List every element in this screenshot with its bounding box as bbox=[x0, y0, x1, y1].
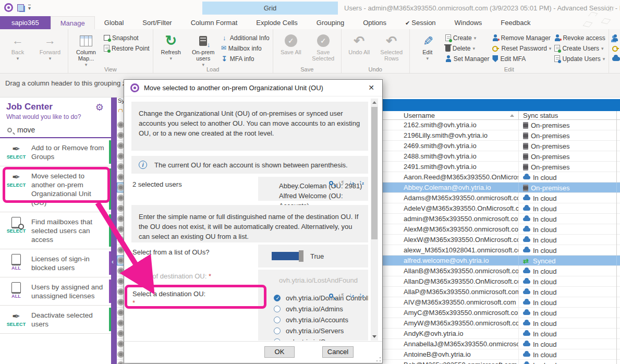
sync-status-cell[interactable]: In cloud bbox=[519, 349, 617, 360]
ribbon-tab[interactable]: Options bbox=[354, 16, 396, 29]
username-cell[interactable]: Adams@M365x393550.onmicrosoft.com bbox=[396, 193, 519, 203]
ribbon-tab[interactable]: Grouping bbox=[307, 16, 354, 29]
onedrive-files-button[interactable]: OneDrive Files...▾ bbox=[612, 54, 620, 63]
job-item[interactable]: ALL Users by assigned and unassigned lic… bbox=[0, 277, 111, 306]
search-icon[interactable] bbox=[329, 294, 333, 298]
sort-ascending-icon[interactable]: ↑z bbox=[359, 179, 364, 187]
resize-grip[interactable] bbox=[376, 357, 381, 362]
sync-status-cell[interactable]: On-premises bbox=[519, 162, 617, 172]
radio-icon[interactable] bbox=[274, 317, 281, 323]
username-cell[interactable]: alexw_M365x10928041.onmicrosoft.com# bbox=[396, 245, 519, 256]
strip-row[interactable] bbox=[117, 130, 124, 141]
username-cell[interactable]: 2196Lilly.smith@ovh.ytria.io bbox=[396, 130, 519, 141]
radio-icon[interactable] bbox=[274, 295, 281, 301]
ou-radio-option[interactable]: ovh.ytria.io/Groups bbox=[258, 336, 368, 341]
undo-selected-rows-button[interactable]: ↶ Selected Rows bbox=[377, 31, 406, 62]
snapshot-button[interactable]: Snapshot bbox=[104, 33, 150, 42]
scrollbar-thumb[interactable] bbox=[371, 107, 378, 239]
job-item[interactable]: SELECT Move selected to another on-prem … bbox=[0, 166, 111, 212]
delete-button[interactable]: Delete▾ bbox=[445, 44, 490, 53]
username-cell[interactable]: Abbey.Coleman@ovh.ytria.io bbox=[396, 183, 519, 193]
create-button[interactable]: Create▾ bbox=[445, 33, 490, 42]
edit-mfa-button[interactable]: Edit MFA bbox=[492, 54, 551, 63]
group-membership-button[interactable]: Group Membership... bbox=[612, 33, 620, 42]
username-cell[interactable]: AnnabellaJ@M365x393550.onmicrosoft.cc bbox=[396, 339, 519, 349]
strip-row[interactable] bbox=[117, 360, 124, 364]
strip-row[interactable] bbox=[117, 162, 124, 172]
save-selected-button[interactable]: ✓ Save Selected bbox=[309, 31, 338, 62]
collapse-arrow-icon[interactable]: ‹ bbox=[112, 258, 114, 265]
username-cell[interactable]: AllaP@M365x393550.onmicrosoft.com bbox=[396, 287, 519, 297]
panel-splitter[interactable]: ‹ bbox=[111, 98, 117, 364]
username-cell[interactable]: AIV@M365x393550.onmicrosoft.com bbox=[396, 297, 519, 308]
close-icon[interactable]: ✕ bbox=[360, 80, 382, 95]
username-cell[interactable]: AdeleV@M365x393550.OnMicrosoft.com bbox=[396, 203, 519, 214]
undo-icon[interactable]: ↺ bbox=[338, 293, 344, 299]
back-button[interactable]: ← Back▾ bbox=[3, 31, 32, 62]
ribbon-tab[interactable]: Session bbox=[396, 16, 445, 29]
column-header-username[interactable]: Username bbox=[396, 111, 519, 120]
strip-row[interactable] bbox=[117, 349, 124, 360]
username-cell[interactable]: Bob@M365x393550.onmicrosoft.com bbox=[396, 360, 519, 364]
scroll-up-icon[interactable] bbox=[372, 101, 376, 104]
sync-status-cell[interactable]: In cloud bbox=[519, 329, 617, 339]
ribbon-tab[interactable]: Manage bbox=[51, 16, 95, 29]
username-cell[interactable]: 2491.smith@ovh.ytria.io bbox=[396, 162, 519, 172]
radio-icon[interactable] bbox=[274, 338, 281, 341]
radio-icon[interactable] bbox=[274, 327, 281, 334]
username-cell[interactable]: AlexM@M365x393550.onmicrosoft.com bbox=[396, 224, 519, 235]
username-cell[interactable]: alfred.welcome@ovh.ytria.io bbox=[396, 256, 519, 266]
strip-row[interactable] bbox=[117, 203, 124, 214]
ou-radio-option[interactable]: ovh.ytria.io/Servers bbox=[258, 325, 368, 336]
strip-row[interactable] bbox=[117, 245, 124, 256]
ribbon-tab[interactable]: Global bbox=[95, 16, 133, 29]
strip-row[interactable] bbox=[117, 120, 124, 130]
destination-name-field[interactable]: ovh.ytria.io/LostAndFound bbox=[258, 270, 368, 292]
sync-status-cell[interactable]: In cloud bbox=[519, 224, 617, 235]
ribbon-tab[interactable]: Feedback bbox=[491, 16, 540, 29]
mailbox-info-button[interactable]: ✉Mailbox info bbox=[221, 44, 270, 53]
username-cell[interactable]: AmyC@M365x393550.onmicrosoft.com bbox=[396, 308, 519, 318]
strip-row[interactable] bbox=[117, 183, 124, 193]
sort-descending-icon[interactable]: ↓z bbox=[349, 292, 354, 299]
save-all-button[interactable]: ✓ Save All bbox=[276, 31, 306, 55]
ribbon-tab[interactable]: Windows bbox=[445, 16, 492, 29]
ribbon-tab[interactable]: Sort/Filter bbox=[133, 16, 181, 29]
sync-status-cell[interactable]: In cloud bbox=[519, 172, 617, 183]
strip-row[interactable] bbox=[117, 329, 124, 339]
username-cell[interactable]: 2162.smith@ovh.ytria.io bbox=[396, 120, 519, 130]
username-cell[interactable]: AllanD@M365x393550.OnMicrosoft.com bbox=[396, 276, 519, 287]
job-item[interactable]: SELECT Find mailboxes that selected user… bbox=[0, 212, 111, 249]
cancel-button[interactable]: Cancel bbox=[322, 346, 354, 358]
strip-row[interactable] bbox=[117, 193, 124, 203]
strip-row[interactable] bbox=[117, 141, 124, 151]
strip-row[interactable] bbox=[117, 235, 124, 245]
sync-status-cell[interactable]: On-premises bbox=[519, 183, 617, 193]
column-header-sync-status[interactable]: Sync status bbox=[519, 111, 617, 120]
sync-status-cell[interactable]: In cloud bbox=[519, 276, 617, 287]
strip-row[interactable] bbox=[117, 287, 124, 297]
username-cell[interactable]: 2469.smith@ovh.ytria.io bbox=[396, 141, 519, 151]
column-map-button[interactable]: Column Map...▾ bbox=[71, 31, 101, 68]
undo-icon[interactable]: ↺ bbox=[338, 180, 344, 186]
strip-row[interactable] bbox=[117, 256, 124, 266]
job-item[interactable]: SELECT Add to or Remove from Groups bbox=[0, 138, 111, 166]
sync-status-cell[interactable]: In cloud bbox=[519, 245, 617, 256]
remove-manager-button[interactable]: Remove Manager bbox=[492, 33, 551, 42]
update-users-button[interactable]: Update Users▾ bbox=[554, 54, 605, 63]
strip-row[interactable] bbox=[117, 266, 124, 276]
ou-radio-option[interactable]: ovh.ytria.io/Admins bbox=[258, 304, 368, 314]
sync-status-cell[interactable]: In cloud bbox=[519, 339, 617, 349]
toggle-knob[interactable] bbox=[299, 250, 303, 262]
revoke-access-button[interactable]: Revoke access bbox=[554, 33, 605, 42]
search-icon[interactable] bbox=[329, 181, 333, 185]
ribbon-tab[interactable]: Explode Cells bbox=[247, 16, 307, 29]
gear-icon[interactable]: ⚙ bbox=[95, 102, 104, 113]
strip-row[interactable] bbox=[117, 224, 124, 235]
create-users-button[interactable]: Create Users▾ bbox=[554, 44, 605, 53]
licenses-button[interactable]: Licenses...▾ bbox=[612, 44, 620, 53]
qat-customize-chevron-icon[interactable]: ▾ bbox=[28, 5, 31, 11]
additional-info-button[interactable]: ↓Additional Info bbox=[221, 33, 270, 42]
radio-icon[interactable] bbox=[274, 306, 281, 312]
strip-row[interactable] bbox=[117, 339, 124, 349]
